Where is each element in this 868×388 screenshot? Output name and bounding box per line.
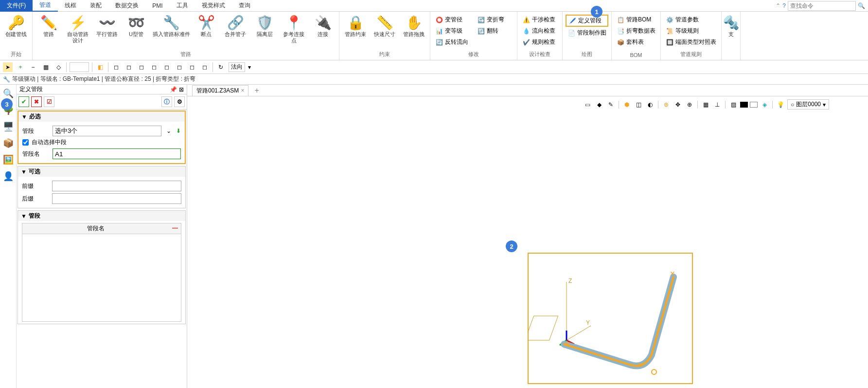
collapse-icon[interactable]: ▼ [21,168,27,175]
prefix-input[interactable] [52,181,181,191]
toolbar-icon-8[interactable]: ◻ [200,62,210,72]
refresh-icon[interactable]: ↻ [216,62,226,72]
level-rule-button[interactable]: 📜等级规则 [664,26,718,36]
axis-icon[interactable]: ⊥ [712,100,722,110]
u-pipe-button[interactable]: ➿U型管 [122,14,150,38]
ortho-icon[interactable]: ◇ [53,62,63,72]
close-icon[interactable]: ⊠ [179,86,184,93]
reverse-flow-button[interactable]: 🔄反转流向 [433,37,472,47]
menu-file[interactable]: 文件(F) [0,0,33,12]
collapse-icon[interactable]: ⌃ [776,2,780,9]
plus-icon[interactable]: + [16,62,25,72]
toolbar-icon-4[interactable]: ◻ [149,62,159,72]
menu-tab-pmi[interactable]: PMI [145,0,169,12]
flip-button[interactable]: 🔃翻转 [475,26,514,36]
collapse-icon[interactable]: ▼ [21,113,27,120]
view-icon-3[interactable]: ✎ [606,100,616,110]
toolbar-icon-3[interactable]: ◻ [137,62,146,72]
menu-tab-assembly[interactable]: 装配 [83,0,108,12]
toolbar-icon-1[interactable]: ◻ [111,62,121,72]
settings-button[interactable]: ⚙ [174,96,185,107]
menu-tab-visual[interactable]: 视觉样式 [195,0,232,12]
menu-tab-tools[interactable]: 工具 [170,0,195,12]
apply-button[interactable]: ☑ [44,96,54,107]
change-diameter-button[interactable]: ⭕变管径 [433,15,472,25]
search-tool-icon[interactable]: 🔍 [2,88,14,99]
pick-icon[interactable]: ⬇ [176,128,181,134]
interference-check-button[interactable]: ⚠️干涉检查 [520,15,559,25]
auto-route-button[interactable]: ⚡自动管路设计 [64,14,92,45]
endtype-button[interactable]: 🔲端面类型对照表 [664,37,718,47]
zoom-icon[interactable]: ⊕ [685,100,694,110]
define-segment-button[interactable]: 🖊️定义管段 [566,15,608,27]
user-icon[interactable]: 👤 [2,170,14,182]
ok-button[interactable]: ✔ [18,96,29,107]
toolbar-icon-5[interactable]: ◻ [162,62,172,72]
value-input[interactable] [70,62,89,72]
auto-select-checkbox[interactable] [22,139,29,146]
quick-dim-button[interactable]: 📏快速尺寸 [371,14,399,38]
close-icon[interactable]: × [241,87,244,94]
change-bend-button[interactable]: ↪️变折弯 [475,15,514,25]
menu-tab-query[interactable]: 查询 [232,0,257,12]
select-icon[interactable]: ➤ [3,62,13,72]
toolbar-icon-2[interactable]: ◻ [124,62,134,72]
view-icon-2[interactable]: ◆ [594,100,604,110]
parallel-route-button[interactable]: 〰️平行管路 [93,14,121,38]
document-tab[interactable]: 管路001.Z3ASM × [192,85,248,96]
isolation-button[interactable]: 🛡️隔离层 [250,14,279,38]
drag-button[interactable]: ✋管路拖拽 [400,14,428,38]
monitor-icon[interactable]: 🖥️ [2,121,14,132]
pipe-param-button[interactable]: ⚙️管道参数 [664,15,718,25]
route-button[interactable]: ✏️管路 [35,14,63,38]
collapse-icon[interactable]: ▼ [21,213,27,220]
render-icon[interactable]: ▨ [728,100,738,110]
image-icon[interactable]: 🖼️ [2,154,14,166]
name-input[interactable] [53,148,181,159]
toolbar-icon-6[interactable]: ◻ [175,62,184,72]
delete-column[interactable]: — [169,223,181,234]
constraint-button[interactable]: 🔒管路约束 [341,14,370,38]
wireframe-icon[interactable]: ◫ [634,100,643,110]
bend-table-button[interactable]: 📑折弯数据表 [615,26,657,36]
route-bom-button[interactable]: 📋管路BOM [615,15,657,25]
segment-table[interactable] [22,234,181,322]
rule-check-button[interactable]: ✔️规则检查 [520,37,559,47]
pan-icon[interactable]: ✥ [673,100,683,110]
canvas[interactable]: 管路001.Z3ASM × + ▭ ◆ ✎ ⬢ ◫ ◐ ⊛ ✥ ⊕ ▦ ⊥ ▨ … [187,85,868,388]
suffix-input[interactable] [52,193,181,204]
pipe-input[interactable] [53,126,161,136]
minus-icon[interactable]: − [28,62,38,72]
view-icon-1[interactable]: ▭ [583,100,592,110]
box-icon[interactable]: 📦 [2,137,14,149]
change-level-button[interactable]: 📊变等级 [433,26,472,36]
help-icon[interactable]: ? [782,2,786,9]
info-button[interactable]: ⓘ [161,96,172,107]
color-white[interactable] [750,102,758,108]
connect-button[interactable]: 🔌连接 [309,14,337,38]
segment-drawing-button[interactable]: 📄管段制作图 [566,28,608,38]
toolbar-icon-7[interactable]: ◻ [187,62,197,72]
search-icon[interactable]: 🔍 [858,2,865,9]
layer-selector[interactable]: ○ 图层0000 ▾ [787,99,829,110]
cube-icon[interactable]: ⬢ [622,100,632,110]
menu-tab-wireframe[interactable]: 线框 [58,0,83,12]
ref-point-button[interactable]: 📍参考连接点 [280,14,308,45]
insert-standard-button[interactable]: 🔧插入管路标准件 [151,14,191,38]
orbit-icon[interactable]: ⊛ [661,100,671,110]
menu-tab-data[interactable]: 数据交换 [108,0,145,12]
chevron-down-icon[interactable]: ⌄ [164,128,173,134]
normal-dropdown[interactable]: 法向 [229,62,245,72]
cube-icon[interactable]: ◧ [95,62,105,72]
color-black[interactable] [740,102,748,108]
flow-check-button[interactable]: 💧流向检查 [520,26,559,36]
shaded-icon[interactable]: ◐ [645,100,655,110]
merge-button[interactable]: 🔗合并管子 [221,14,249,38]
create-pipeline-button[interactable]: 🔑 创建管线 [2,14,30,38]
chevron-down-icon[interactable]: ▾ [823,101,826,108]
cancel-button[interactable]: ✖ [31,96,42,107]
lightbulb-icon[interactable]: 💡 [776,100,785,110]
chevron-down-icon[interactable]: ▾ [248,64,251,71]
support-button[interactable]: 🔩支 [724,14,738,38]
grid-icon[interactable]: ▦ [701,100,710,110]
